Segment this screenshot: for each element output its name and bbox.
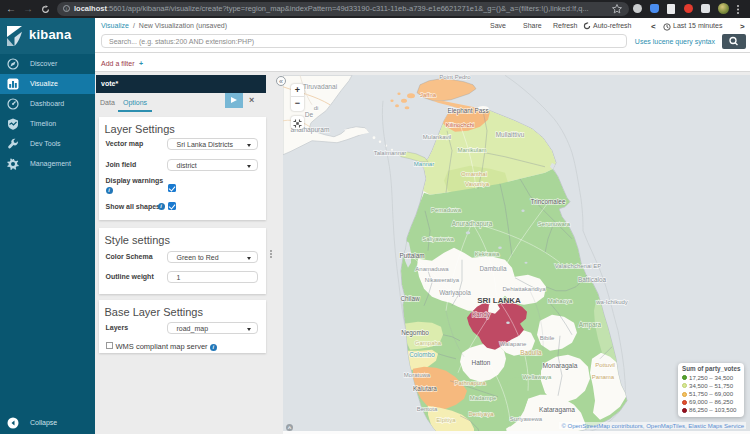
svg-text:Pathnapura: Pathnapura — [454, 379, 486, 385]
svg-text:Tiruvadanai: Tiruvadanai — [303, 82, 338, 89]
svg-text:Jaffna: Jaffna — [420, 91, 437, 97]
svg-text:Puttalam: Puttalam — [399, 251, 424, 258]
svg-text:Madampe: Madampe — [470, 394, 497, 400]
svg-text:Ampara: Ampara — [579, 320, 602, 328]
svg-text:Colombo: Colombo — [409, 350, 435, 357]
svg-text:Kilinochchi: Kilinochchi — [446, 121, 475, 127]
svg-text:Bentota: Bentota — [417, 405, 438, 411]
svg-text:Monaragala: Monaragala — [543, 361, 578, 369]
svg-text:Dehiattakandiya: Dehiattakandiya — [502, 285, 546, 291]
svg-text:Saliyawewa: Saliyawewa — [422, 235, 454, 241]
svg-text:Mannar: Mannar — [414, 160, 434, 166]
svg-text:Anuradhapura: Anuradhapura — [452, 219, 493, 227]
svg-text:Mahaoya: Mahaoya — [548, 297, 573, 303]
svg-text:Wellawaya: Wellawaya — [523, 373, 553, 379]
svg-text:Point Pedro: Point Pedro — [439, 75, 471, 80]
svg-text:Kekirawa: Kekirawa — [475, 250, 500, 256]
svg-text:Trincomalee: Trincomalee — [531, 197, 566, 204]
svg-text:Omanthai: Omanthai — [461, 170, 487, 176]
svg-text:Hatton: Hatton — [472, 358, 491, 365]
svg-text:Kataragama: Kataragama — [539, 405, 575, 413]
svg-text:Badulla: Badulla — [520, 348, 542, 355]
svg-text:Anamaduwa: Anamaduwa — [415, 265, 449, 271]
svg-text:Talaimannar: Talaimannar — [374, 149, 407, 155]
svg-text:Manikulam: Manikulam — [457, 146, 486, 152]
svg-text:Valaichchenai EP: Valaichchenai EP — [555, 262, 602, 268]
svg-text:Elephant Pass: Elephant Pass — [447, 106, 488, 114]
svg-text:Panama: Panama — [592, 373, 615, 379]
svg-text:De: De — [305, 110, 314, 117]
svg-text:Vavuniya: Vavuniya — [465, 180, 490, 186]
svg-text:Bibile: Bibile — [540, 334, 555, 340]
svg-text:SRI LANKA: SRI LANKA — [477, 295, 521, 304]
svg-text:Batticaloa: Batticaloa — [578, 275, 607, 282]
svg-text:Dambulla: Dambulla — [480, 264, 507, 271]
svg-text:Negombo: Negombo — [401, 328, 429, 336]
svg-text:Pottuvil: Pottuvil — [595, 361, 615, 367]
svg-text:Nikaweratiya: Nikaweratiya — [425, 276, 460, 282]
svg-text:Pemaduwa: Pemaduwa — [431, 206, 462, 212]
svg-text:Wariyapola: Wariyapola — [439, 288, 471, 296]
svg-text:Serunuwara: Serunuwara — [538, 220, 571, 226]
svg-text:Moratuwa: Moratuwa — [404, 371, 431, 377]
svg-text:Mulankavil: Mulankavil — [423, 133, 451, 139]
svg-text:Walapane: Walapane — [500, 340, 527, 346]
svg-text:Deniyaya: Deniyaya — [468, 410, 494, 416]
svg-text:Kandy: Kandy — [472, 310, 491, 318]
svg-text:Suriyawewa: Suriyawewa — [510, 415, 543, 421]
svg-text:Mullaittivu: Mullaittivu — [496, 130, 525, 137]
svg-text:Elpitiya: Elpitiya — [436, 416, 456, 422]
svg-text:Kalutara: Kalutara — [413, 384, 437, 391]
svg-text:wa-Ichikudy: wa-Ichikudy — [595, 298, 628, 304]
svg-text:Chilaw: Chilaw — [400, 294, 420, 301]
svg-text:di: di — [314, 104, 319, 110]
svg-text:Gampaha: Gampaha — [415, 339, 442, 345]
